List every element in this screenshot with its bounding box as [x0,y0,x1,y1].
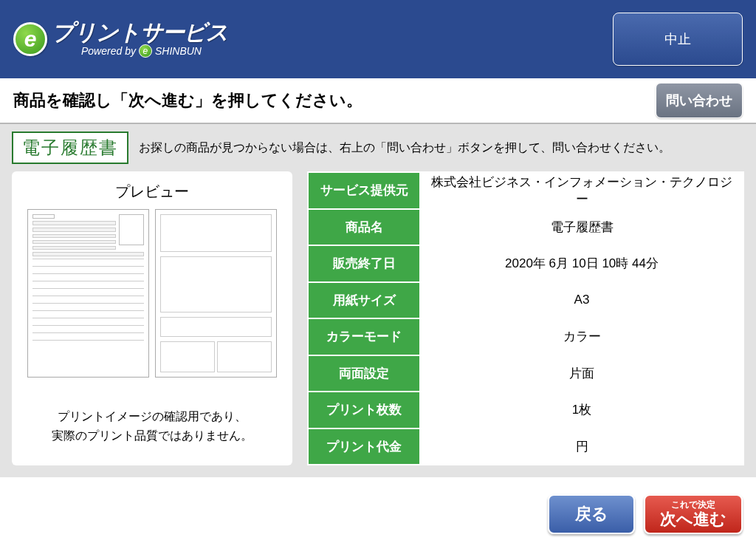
table-row: プリント代金円 [308,428,743,465]
detail-value: 円 [420,428,743,465]
detail-label: 両面設定 [308,355,420,392]
inquiry-button[interactable]: 問い合わせ [656,83,743,118]
detail-label: プリント代金 [308,428,420,465]
detail-label: サービス提供元 [308,172,420,209]
preview-card: プレビュー [12,171,292,465]
table-row: 販売終了日2020年 6月 10日 10時 44分 [308,245,743,282]
preview-pages [27,209,277,378]
top-hint: お探しの商品が見つからない場合は、右上の「問い合わせ」ボタンを押して、問い合わせ… [139,139,744,157]
product-tag: 電子履歴書 [12,132,128,164]
detail-label: 販売終了日 [308,245,420,282]
detail-label: 商品名 [308,209,420,246]
preview-note: プリントイメージの確認用であり、 実際のプリント品質ではありません。 [52,407,252,445]
table-row: サービス提供元株式会社ビジネス・インフォメーション・テクノロジー [308,172,743,209]
detail-value: A3 [420,282,743,319]
detail-value: 電子履歴書 [420,209,743,246]
detail-value: 片面 [420,355,743,392]
next-button[interactable]: これで決定 次へ進む [644,494,743,534]
cancel-button[interactable]: 中止 [613,13,743,66]
logo-sub-e-icon: e [139,44,152,58]
content-panel: 電子履歴書 お探しの商品が見つからない場合は、右上の「問い合わせ」ボタンを押して… [0,123,756,477]
detail-value: 株式会社ビジネス・インフォメーション・テクノロジー [420,172,743,209]
detail-value: 2020年 6月 10日 10時 44分 [420,245,743,282]
detail-value: カラー [420,318,743,355]
table-row: 両面設定片面 [308,355,743,392]
logo-main-text: プリントサービス [52,21,228,44]
header: e プリントサービス Powered by e SHINBUN 中止 [0,0,756,78]
footer-buttons: 戻る これで決定 次へ進む [548,494,743,534]
back-button[interactable]: 戻る [548,494,635,534]
detail-value: 1枚 [420,392,743,428]
preview-page-2 [155,209,277,378]
logo: e プリントサービス Powered by e SHINBUN [13,21,228,58]
instruction-text: 商品を確認し「次へ進む」を押してください。 [13,89,362,112]
detail-table: サービス提供元株式会社ビジネス・インフォメーション・テクノロジー商品名電子履歴書… [307,171,744,465]
preview-page-1 [27,209,149,378]
table-row: 用紙サイズA3 [308,282,743,319]
detail-label: プリント枚数 [308,392,420,428]
logo-sub-text: Powered by e SHINBUN [52,44,228,58]
table-row: プリント枚数1枚 [308,392,743,428]
instruction-bar: 商品を確認し「次へ進む」を押してください。 問い合わせ [0,78,756,123]
table-row: 商品名電子履歴書 [308,209,743,246]
preview-title: プレビュー [115,182,189,202]
detail-label: カラーモード [308,318,420,355]
detail-label: 用紙サイズ [308,282,420,319]
table-row: カラーモードカラー [308,318,743,355]
logo-e-icon: e [13,22,47,56]
